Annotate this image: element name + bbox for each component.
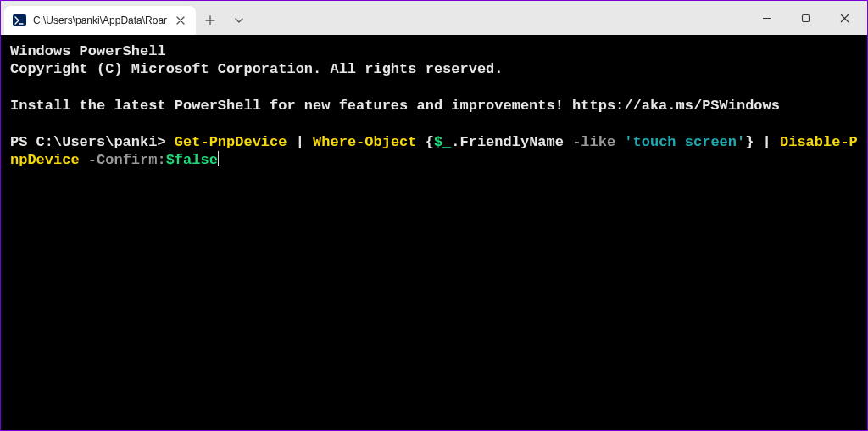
tab-close-button[interactable]: [174, 14, 187, 27]
brace: {: [417, 134, 434, 150]
window-controls: [747, 1, 867, 35]
tab-dropdown-button[interactable]: [225, 6, 253, 35]
close-window-button[interactable]: [825, 5, 864, 31]
powershell-icon: [13, 14, 26, 27]
svg-rect-0: [13, 14, 26, 26]
string: 'touch screen': [624, 134, 745, 150]
maximize-button[interactable]: [786, 5, 825, 31]
prompt: PS C:\Users\panki>: [10, 134, 175, 150]
space: [80, 152, 88, 168]
minimize-button[interactable]: [747, 5, 786, 31]
brace-pipe: } |: [745, 134, 780, 150]
terminal-viewport[interactable]: Windows PowerShell Copyright (C) Microso…: [2, 35, 866, 429]
tab-title: C:\Users\panki\AppData\Roar: [33, 14, 167, 26]
text-cursor: [218, 151, 219, 166]
cmdlet-part: Dis: [780, 134, 806, 150]
new-tab-button[interactable]: [196, 6, 225, 35]
variable: $_: [434, 134, 451, 150]
terminal-line: Copyright (C) Microsoft Corporation. All…: [10, 61, 504, 77]
variable: $false: [166, 152, 218, 168]
tab-powershell[interactable]: C:\Users\panki\AppData\Roar: [4, 6, 196, 35]
cmdlet: Where-Object: [313, 134, 416, 150]
title-bar-drag-region[interactable]: [253, 1, 747, 35]
cmdlet: Get-PnpDevice: [175, 134, 287, 150]
terminal-line: Install the latest PowerShell for new fe…: [10, 98, 780, 114]
svg-rect-1: [802, 14, 809, 21]
terminal-line: Windows PowerShell: [10, 43, 166, 59]
title-bar: C:\Users\panki\AppData\Roar: [1, 1, 867, 35]
space: [615, 134, 624, 150]
pipe: |: [287, 134, 313, 150]
tab-strip: C:\Users\panki\AppData\Roar: [1, 1, 253, 35]
operator: -like: [572, 134, 615, 150]
member: .FriendlyName: [451, 134, 572, 150]
parameter: -Confirm:: [88, 152, 166, 168]
